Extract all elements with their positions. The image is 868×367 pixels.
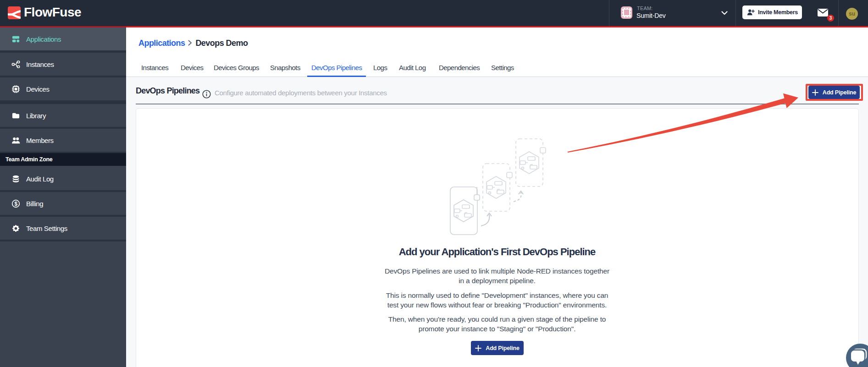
svg-text:$: $ — [14, 200, 17, 207]
